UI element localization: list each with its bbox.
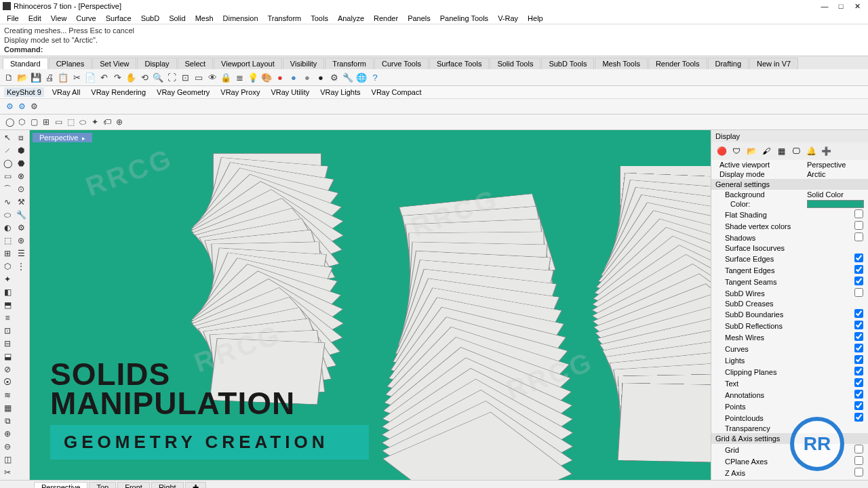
display-checkbox-subd-boundaries[interactable]	[854, 309, 863, 318]
toolbox-icon-26[interactable]: ✂	[1, 466, 14, 479]
toolbox-icon-16[interactable]: ⊟	[1, 338, 14, 350]
toolbox-icon-29[interactable]: ⬣	[15, 157, 27, 169]
toolbox-icon-3[interactable]: ▭	[1, 170, 14, 182]
menu-edit[interactable]: Edit	[24, 14, 45, 22]
help-icon[interactable]: ?	[369, 71, 381, 83]
panel-folder-icon[interactable]: 📂	[745, 145, 757, 157]
copy-icon[interactable]: 📋	[57, 71, 69, 83]
sphere-rainbow-icon[interactable]: ●	[288, 71, 300, 83]
toolbox-icon-12[interactable]: ◧	[1, 286, 14, 298]
tab-cplanes[interactable]: CPlanes	[49, 58, 92, 69]
display-checkbox-clipping-planes[interactable]	[854, 367, 863, 375]
toolbox-icon-5[interactable]: ∿	[1, 196, 14, 208]
layers-icon[interactable]: ≣	[233, 71, 245, 83]
grid-checkbox-cplane-axes[interactable]	[854, 456, 863, 465]
panel-display-icon[interactable]: 🖵	[790, 145, 802, 157]
toolbox-icon-9[interactable]: ⊞	[1, 247, 14, 260]
toolbox-icon-22[interactable]: ⧉	[1, 415, 14, 427]
tab-subd-tools[interactable]: SubD Tools	[541, 58, 594, 69]
tab-solid-tools[interactable]: Solid Tools	[490, 58, 540, 69]
toolbox-icon-37[interactable]: ⋮	[15, 260, 27, 272]
print-icon[interactable]: 🖨	[43, 71, 56, 83]
display-checkbox-subd-reflections[interactable]	[854, 321, 863, 329]
tab-curve-tools[interactable]: Curve Tools	[374, 58, 429, 69]
gear-blue2-icon[interactable]: ⚙	[16, 101, 27, 112]
tab-viewport-layout[interactable]: Viewport Layout	[214, 58, 282, 69]
new-icon[interactable]: 🗋	[3, 71, 15, 83]
toolbox-icon-6[interactable]: ⬭	[1, 209, 14, 221]
sphere-black-icon[interactable]: ●	[315, 71, 327, 83]
square-icon[interactable]: ▢	[28, 117, 39, 127]
vray-tab-vray-geometry[interactable]: VRay Geometry	[154, 87, 212, 97]
select-icon[interactable]: ▭	[193, 71, 205, 83]
circle-icon[interactable]: ◯	[4, 117, 15, 127]
maximize-button[interactable]: □	[833, 2, 849, 10]
menu-analyze[interactable]: Analyze	[334, 14, 368, 22]
sphere-red-icon[interactable]: ●	[274, 71, 286, 83]
vray-tab-vray-lights[interactable]: VRay Lights	[317, 87, 363, 97]
menu-paneling-tools[interactable]: Paneling Tools	[436, 14, 492, 22]
menu-v-ray[interactable]: V-Ray	[494, 14, 522, 22]
vray-tab-vray-utility[interactable]: VRay Utility	[268, 87, 312, 97]
options-icon[interactable]: ⚙	[328, 71, 340, 83]
toolbox-icon-23[interactable]: ⊕	[1, 428, 14, 440]
light-icon[interactable]: 💡	[247, 71, 259, 83]
star-icon[interactable]: ✦	[90, 117, 100, 127]
tab-transform[interactable]: Transform	[325, 58, 374, 69]
display-checkbox-curves[interactable]	[854, 344, 863, 352]
tab-select[interactable]: Select	[178, 58, 214, 69]
sphere-multi-icon[interactable]: ●	[301, 71, 313, 83]
gear-gray-icon[interactable]: ⚙	[28, 101, 39, 112]
toolbox-icon-0[interactable]: ↖	[1, 131, 14, 144]
paste-icon[interactable]: 📄	[84, 71, 96, 83]
add-view-tab[interactable]: ✚	[185, 482, 206, 488]
toolbox-icon-28[interactable]: ⬢	[15, 144, 27, 157]
active-viewport-value[interactable]: Perspective	[807, 161, 864, 169]
toolbox-icon-31[interactable]: ⊙	[15, 183, 27, 195]
properties-icon[interactable]: 🔧	[342, 71, 354, 83]
viewport[interactable]: Perspective RRCG RRCG RRCG RRCG SOLIDS M…	[30, 130, 711, 480]
toolbox-icon-35[interactable]: ⊛	[15, 235, 27, 247]
zoom-selected-icon[interactable]: ⊡	[179, 71, 191, 83]
menu-view[interactable]: View	[47, 14, 71, 22]
tab-standard[interactable]: Standard	[3, 58, 48, 69]
display-checkbox-shade-vertex-colors[interactable]	[854, 221, 863, 230]
background-value[interactable]: Solid Color	[807, 190, 864, 199]
panel-layers-icon[interactable]: 🛡	[730, 145, 743, 157]
toolbox-icon-14[interactable]: ≡	[1, 312, 14, 324]
menu-help[interactable]: Help	[524, 14, 547, 22]
tab-surface-tools[interactable]: Surface Tools	[429, 58, 489, 69]
toolbox-icon-2[interactable]: ◯	[1, 157, 14, 169]
zoom-extents-icon[interactable]: ⛶	[165, 71, 178, 83]
menu-panels[interactable]: Panels	[403, 14, 435, 22]
vray-tab-vray-proxy[interactable]: VRay Proxy	[218, 87, 262, 97]
toolbox-icon-10[interactable]: ⬡	[1, 260, 14, 272]
toolbox-icon-15[interactable]: ⊡	[1, 325, 14, 337]
command-prompt[interactable]: Command:	[4, 45, 43, 54]
undo-icon[interactable]: ↶	[98, 71, 110, 83]
display-checkbox-flat-shading[interactable]	[854, 209, 863, 218]
tab-new-in-v7[interactable]: New in V7	[749, 58, 798, 69]
tab-display[interactable]: Display	[137, 58, 176, 69]
menu-transform[interactable]: Transform	[264, 14, 306, 22]
minimize-button[interactable]: —	[816, 2, 833, 10]
tab-set-view[interactable]: Set View	[92, 58, 136, 69]
tab-render-tools[interactable]: Render Tools	[648, 58, 707, 69]
tab-visibility[interactable]: Visibility	[283, 58, 325, 69]
toolbox-icon-8[interactable]: ⬚	[1, 235, 14, 247]
lock-icon[interactable]: 🔒	[220, 71, 232, 83]
toolbox-icon-1[interactable]: ⟋	[1, 144, 14, 157]
gear-blue-icon[interactable]: ⚙	[4, 101, 15, 112]
toolbox-icon-36[interactable]: ☰	[15, 247, 27, 260]
menu-curve[interactable]: Curve	[72, 14, 100, 22]
toolbox-icon-4[interactable]: ⌒	[1, 183, 14, 195]
display-checkbox-annotations[interactable]	[854, 390, 863, 399]
toolbox-icon-19[interactable]: ⦿	[1, 376, 14, 388]
grid-checkbox-grid[interactable]	[854, 445, 863, 453]
toolbox-icon-34[interactable]: ⚙	[15, 222, 27, 234]
display-checkbox-tangent-edges[interactable]	[854, 265, 863, 274]
grid-checkbox-z-axis[interactable]	[854, 468, 863, 476]
display-checkbox-text[interactable]	[854, 378, 863, 387]
display-checkbox-subd-wires[interactable]	[854, 288, 863, 297]
vray-tab-vray-rendering[interactable]: VRay Rendering	[88, 87, 149, 97]
